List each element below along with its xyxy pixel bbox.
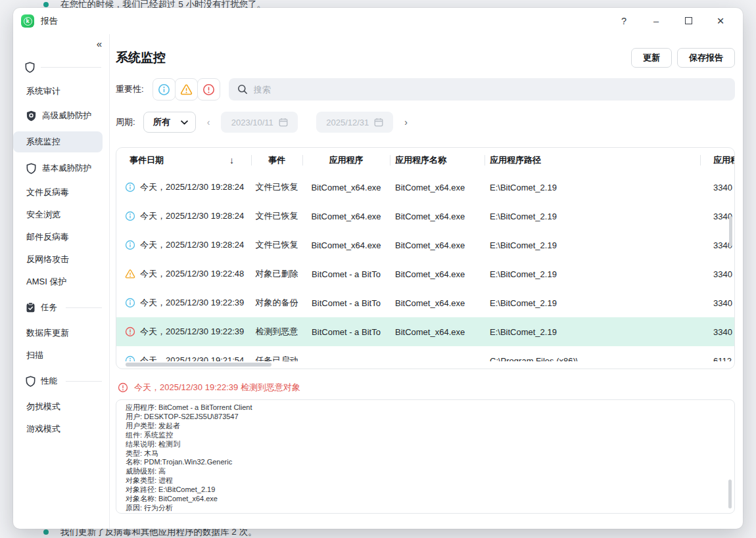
sidebar-nav: 系统审计高级威胁防护系统监控基本威胁防护文件反病毒安全浏览邮件反病毒反网络攻击A…: [13, 54, 109, 440]
sidebar-item-勿扰模式[interactable]: 勿扰模式: [13, 395, 109, 418]
sidebar-item-基本威胁防护[interactable]: 基本威胁防护: [13, 155, 109, 181]
cell-event-date: 今天，2025/12/30 19:22:39: [140, 297, 251, 309]
info-icon: [125, 240, 135, 250]
cell-application-pid: 6112: [700, 356, 734, 362]
cell-application-name: BitComet_x64.exe: [390, 327, 484, 337]
detail-line: 威胁级别: 高: [126, 467, 725, 476]
note-bullet-icon: [43, 529, 49, 535]
collapse-sidebar-button[interactable]: «: [97, 38, 102, 49]
next-period-button[interactable]: ›: [401, 117, 411, 127]
sort-descending-icon[interactable]: ↓: [229, 155, 234, 166]
sidebar-item-扫描[interactable]: 扫描: [13, 344, 109, 367]
cell-application-name: BitComet_x64.exe: [390, 212, 484, 221]
cell-event: 对象已删除: [251, 268, 302, 280]
period-label: 周期:: [116, 116, 135, 128]
severity-info-button[interactable]: [153, 78, 176, 101]
cell-event-date: 今天，2025/12/30 19:28:24: [140, 210, 251, 222]
cell-event: 文件已恢复: [251, 210, 302, 222]
sidebar-item-高级威胁防护[interactable]: 高级威胁防护: [13, 102, 109, 129]
severity-critical-button[interactable]: [197, 78, 220, 101]
previous-period-button[interactable]: ‹: [204, 117, 214, 127]
cell-application-pid: 3340: [700, 183, 734, 192]
sidebar-item-反网络攻击[interactable]: 反网络攻击: [13, 248, 109, 271]
cell-event: 任务已启动: [251, 355, 302, 361]
note-bullet-icon: [43, 2, 49, 7]
column-header-event-date[interactable]: 事件日期 ↓: [116, 148, 251, 173]
detail-line: 对象名称: BitComet_x64.exe: [126, 495, 725, 504]
search-box[interactable]: [229, 78, 735, 101]
horizontal-scrollbar[interactable]: [126, 363, 272, 367]
sidebar-item-label: 安全浏览: [26, 209, 60, 221]
critical-icon: [202, 83, 215, 96]
cell-application: BitComet_x64.exe: [302, 212, 390, 221]
minimize-button[interactable]: –: [651, 16, 661, 26]
table-row[interactable]: 今天，2025/12/30 19:28:24文件已恢复BitComet_x64.…: [116, 231, 734, 259]
kaspersky-logo-icon: k: [21, 14, 34, 28]
table-row[interactable]: 今天，2025/12/30 19:28:24文件已恢复BitComet_x64.…: [116, 202, 734, 231]
detail-vertical-scrollbar[interactable]: [728, 480, 732, 508]
date-to-field[interactable]: 2025/12/31: [316, 112, 393, 133]
update-button[interactable]: 更新: [631, 48, 672, 68]
close-button[interactable]: ✕: [715, 16, 726, 26]
maximize-icon: [685, 17, 692, 24]
section-label: 任务: [41, 302, 57, 313]
sidebar-item-数据库更新[interactable]: 数据库更新: [13, 322, 109, 344]
sidebar-item-label: 扫描: [26, 349, 43, 361]
column-header-event[interactable]: 事件: [251, 148, 302, 173]
shield-outline-icon: [26, 163, 36, 174]
detail-line: 用户类型: 发起者: [126, 422, 725, 431]
cell-application: BitComet - a BitTo: [302, 327, 390, 337]
maximize-button[interactable]: [683, 16, 694, 26]
severity-filter-group: [153, 78, 220, 101]
cell-event: 文件已恢复: [251, 239, 302, 251]
detail-panel[interactable]: 应用程序: BitComet - a BitTorrent Client用户: …: [116, 399, 735, 514]
sidebar-item-label: 游戏模式: [26, 423, 60, 435]
sidebar-item-系统监控[interactable]: 系统监控: [13, 131, 103, 152]
table-row[interactable]: 今天，2025/12/30 19:21:54任务已启动C:\Program Fi…: [116, 346, 734, 361]
sidebar-item-游戏模式[interactable]: 游戏模式: [13, 418, 109, 440]
period-range-select[interactable]: 所有: [143, 112, 196, 133]
search-input[interactable]: [254, 85, 726, 95]
column-header-application-path[interactable]: 应用程序路径: [484, 148, 700, 173]
table-row[interactable]: 今天，2025/12/30 19:28:24文件已恢复BitComet_x64.…: [116, 173, 734, 202]
events-table: 事件日期 ↓ 事件 应用程序 应用程序名称 应用程序路径 应用程序 今天，202…: [116, 147, 735, 369]
sidebar-item-label: AMSI 保护: [26, 276, 66, 288]
divider: [41, 67, 101, 68]
sidebar-section-10: 任务: [13, 293, 109, 322]
sidebar-item-文件反病毒[interactable]: 文件反病毒: [13, 181, 109, 204]
sidebar-item-系统审计[interactable]: 系统审计: [13, 80, 109, 102]
sidebar-item-AMSI 保护[interactable]: AMSI 保护: [13, 271, 109, 293]
titlebar[interactable]: k 报告 ? – ✕: [13, 8, 743, 34]
sidebar-item-label: 勿扰模式: [26, 401, 60, 413]
cell-event: 对象的备份: [251, 297, 302, 309]
date-from-value: 2023/10/11: [231, 118, 273, 127]
cell-application-name: BitComet_x64.exe: [390, 298, 484, 308]
sidebar-item-邮件反病毒[interactable]: 邮件反病毒: [13, 226, 109, 248]
cell-event-date: 今天，2025/12/30 19:22:39: [140, 326, 251, 338]
column-header-application-pid[interactable]: 应用程序: [700, 148, 734, 173]
date-from-field[interactable]: 2023/10/11: [221, 112, 298, 133]
shield-outline-icon: [25, 62, 35, 73]
shield-outline-icon: [26, 376, 35, 387]
save-report-button[interactable]: 保存报告: [677, 48, 735, 68]
table-row[interactable]: 今天，2025/12/30 19:22:39检测到恶意BitComet - a …: [116, 317, 734, 346]
vertical-scrollbar[interactable]: [729, 216, 732, 246]
info-icon: [125, 355, 135, 361]
severity-warning-button[interactable]: [175, 78, 198, 101]
divider: [66, 381, 102, 382]
critical-icon: [125, 326, 135, 337]
cell-application-pid: 3340: [700, 298, 734, 308]
table-row[interactable]: 今天，2025/12/30 19:22:48对象已删除BitComet - a …: [116, 259, 734, 288]
table-row[interactable]: 今天，2025/12/30 19:22:39对象的备份BitComet - a …: [116, 288, 734, 317]
sidebar-protection-header: [13, 54, 109, 80]
sidebar-item-安全浏览[interactable]: 安全浏览: [13, 204, 109, 226]
sidebar-item-label: 系统监控: [26, 136, 60, 148]
detail-line: 结果说明: 检测到: [126, 440, 725, 449]
warning-icon: [125, 269, 135, 279]
cell-event-date: 今天，2025/12/30 19:28:24: [140, 239, 251, 251]
section-label: 性能: [41, 376, 57, 387]
help-button[interactable]: ?: [619, 16, 629, 26]
cell-event-date: 今天，2025/12/30 19:21:54: [140, 355, 251, 361]
column-header-application[interactable]: 应用程序: [302, 148, 390, 173]
column-header-application-name[interactable]: 应用程序名称: [390, 148, 484, 173]
